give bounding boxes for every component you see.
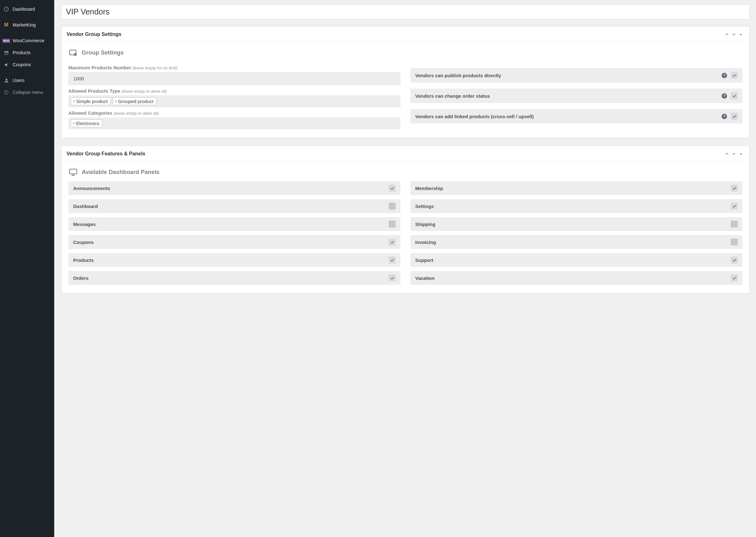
dashboard-panel-row: Membership — [410, 181, 742, 195]
panel-label: Membership — [415, 186, 731, 191]
panel-header: Vendor Group Settings — [62, 26, 749, 42]
sidebar-item-marketking[interactable]: M MarketKing — [0, 19, 54, 31]
remove-chip-icon[interactable]: × — [115, 99, 117, 104]
sidebar-item-label: Users — [13, 78, 24, 83]
panel-checkbox[interactable] — [389, 185, 396, 191]
woocommerce-icon: WOO — [3, 37, 10, 44]
panel-label: Announcements — [73, 186, 389, 191]
panel-label: Coupons — [73, 239, 389, 245]
panel-header: Vendor Group Features & Panels — [62, 146, 749, 162]
svg-point-3 — [5, 78, 7, 80]
sidebar-item-dashboard[interactable]: Dashboard — [0, 3, 54, 15]
dashboard-panel-row: Vacation — [410, 271, 742, 285]
chip-grouped-product: × Grouped product — [112, 97, 156, 105]
megaphone-icon — [3, 62, 10, 68]
toggle-checkbox[interactable] — [731, 72, 738, 79]
svg-rect-1 — [4, 51, 9, 52]
panel-checkbox[interactable] — [731, 238, 738, 245]
panel-label: Products — [73, 258, 389, 263]
max-products-input[interactable] — [68, 72, 400, 85]
marketking-icon: M — [3, 22, 10, 28]
panel-checkbox[interactable] — [731, 203, 738, 210]
admin-sidebar: Dashboard M MarketKing WOO WooCommerce P… — [0, 0, 54, 537]
sidebar-item-woocommerce[interactable]: WOO WooCommerce — [0, 35, 54, 47]
chevron-down-icon[interactable] — [731, 150, 737, 157]
panel-title: Vendor Group Features & Panels — [66, 151, 724, 157]
panel-checkbox[interactable] — [389, 221, 396, 227]
archive-icon — [3, 50, 10, 56]
panel-checkbox[interactable] — [389, 274, 396, 281]
toggle-checkbox[interactable] — [731, 92, 738, 99]
sidebar-item-products[interactable]: Products — [0, 47, 54, 59]
help-icon[interactable]: ? — [722, 114, 727, 119]
panel-checkbox[interactable] — [731, 221, 738, 227]
sidebar-item-users[interactable]: Users — [0, 74, 54, 86]
dashboard-panel-row: Announcements — [68, 181, 400, 195]
section-heading: Available Dashboard Panels — [82, 169, 159, 176]
vendor-group-settings-panel: Vendor Group Settings Group Settings Max… — [61, 26, 750, 138]
sidebar-item-label: Dashboard — [13, 7, 35, 12]
toggle-label: Vendors can publish products directly — [415, 73, 722, 78]
page-title-box: VIP Vendors — [61, 4, 750, 19]
user-icon — [3, 77, 10, 84]
chip-electronics: × Electronics — [71, 119, 102, 127]
dashboard-panel-row: Products — [68, 253, 400, 267]
sidebar-item-coupons[interactable]: Coupons — [0, 59, 54, 70]
allowed-categories-input[interactable]: × Electronics — [68, 117, 400, 129]
settings-card-icon — [68, 48, 78, 57]
dashboard-panel-row: Coupons — [68, 235, 400, 249]
panel-label: Shipping — [415, 222, 731, 227]
panel-checkbox[interactable] — [731, 257, 738, 264]
svg-point-6 — [74, 53, 77, 56]
toggle-label: Vendors can add linked products (cross-s… — [415, 114, 722, 119]
monitor-icon — [68, 167, 78, 177]
help-icon[interactable]: ? — [722, 73, 727, 78]
permission-toggle-row: Vendors can publish products directly? — [410, 68, 742, 83]
sidebar-item-label: Collapse menu — [13, 90, 43, 95]
panel-title: Vendor Group Settings — [66, 31, 724, 37]
panel-label: Support — [415, 258, 731, 263]
sidebar-item-label: Products — [13, 50, 30, 55]
dashboard-icon — [3, 6, 10, 12]
panel-label: Invoicing — [415, 239, 731, 245]
allowed-types-label: Allowed Products Type (leave empty to al… — [68, 88, 400, 94]
panel-label: Orders — [73, 275, 389, 281]
caret-up-icon[interactable] — [737, 150, 744, 157]
help-icon[interactable]: ? — [722, 93, 727, 99]
permission-toggle-row: Vendors can change order status? — [410, 89, 742, 103]
panel-checkbox[interactable] — [731, 185, 738, 191]
section-heading: Group Settings — [82, 49, 124, 56]
permission-toggle-row: Vendors can add linked products (cross-s… — [410, 109, 742, 124]
svg-rect-2 — [5, 52, 8, 54]
vendor-group-features-panel: Vendor Group Features & Panels Available… — [61, 145, 750, 293]
caret-up-icon[interactable] — [737, 31, 744, 38]
panel-checkbox[interactable] — [389, 238, 396, 245]
panel-checkbox[interactable] — [731, 274, 738, 281]
panel-checkbox[interactable] — [389, 203, 396, 210]
chevron-up-icon[interactable] — [724, 150, 731, 157]
dashboard-panel-row: Invoicing — [410, 235, 742, 249]
dashboard-panel-row: Dashboard — [68, 199, 400, 213]
panel-checkbox[interactable] — [389, 257, 396, 264]
sidebar-item-label: Coupons — [13, 62, 31, 67]
chip-simple-product: × Simple product — [71, 97, 111, 105]
max-products-label: Maximum Products Number (leave empty for… — [68, 65, 400, 70]
svg-point-4 — [4, 91, 8, 94]
svg-rect-7 — [69, 169, 77, 174]
panel-label: Dashboard — [73, 204, 389, 209]
chevron-up-icon[interactable] — [724, 31, 731, 38]
chevron-down-icon[interactable] — [731, 31, 737, 38]
toggle-checkbox[interactable] — [731, 113, 738, 120]
remove-chip-icon[interactable]: × — [73, 99, 75, 104]
remove-chip-icon[interactable]: × — [73, 121, 75, 126]
sidebar-item-label: MarketKing — [13, 22, 36, 27]
sidebar-item-collapse[interactable]: Collapse menu — [0, 86, 54, 98]
dashboard-panel-row: Shipping — [410, 217, 742, 231]
panel-label: Settings — [415, 204, 731, 209]
panel-label: Messages — [73, 222, 389, 227]
collapse-icon — [3, 89, 10, 96]
panel-label: Vacation — [415, 275, 731, 281]
allowed-types-input[interactable]: × Simple product × Grouped product — [68, 96, 400, 107]
page-title: VIP Vendors — [66, 7, 745, 17]
sidebar-item-label: WooCommerce — [13, 38, 44, 43]
